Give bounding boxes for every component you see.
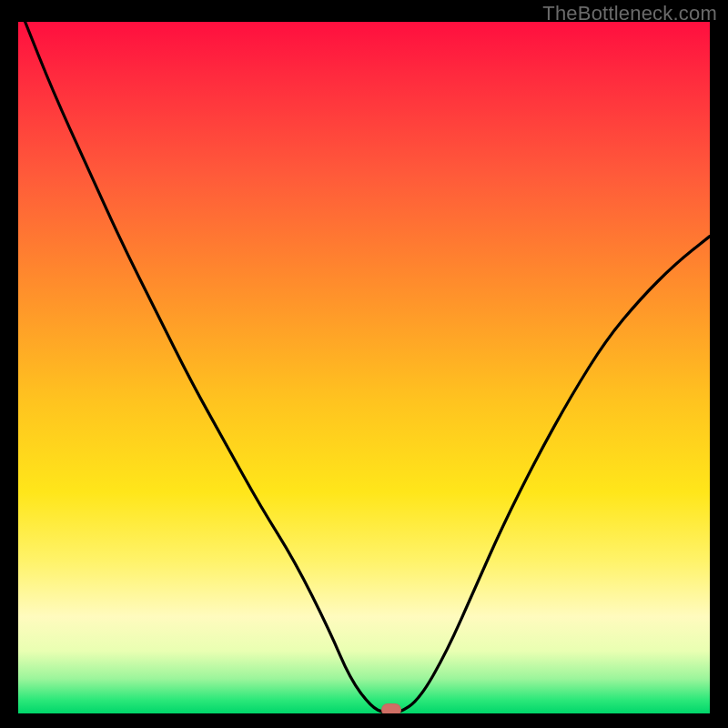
bottleneck-curve-path [25, 22, 710, 713]
optimal-marker [381, 703, 401, 713]
watermark-text: TheBottleneck.com [542, 2, 717, 25]
curve-svg [18, 22, 710, 713]
chart-frame: TheBottleneck.com [0, 0, 728, 728]
plot-area [18, 22, 710, 713]
